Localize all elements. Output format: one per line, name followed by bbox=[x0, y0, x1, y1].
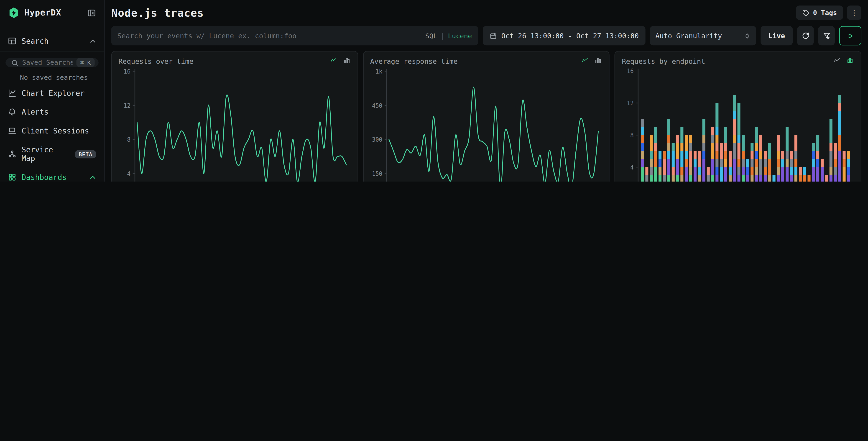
svg-text:150: 150 bbox=[372, 170, 382, 177]
sidebar-item-alerts[interactable]: Alerts bbox=[0, 102, 104, 121]
event-search-input[interactable] bbox=[117, 32, 421, 40]
hyperdx-app: HyperDX Search Saved Searches ⌘ K No sav… bbox=[0, 0, 868, 181]
select-caret-icon bbox=[744, 32, 750, 39]
sidebar-item-service-map[interactable]: Service Map BETA bbox=[0, 140, 104, 168]
refresh-icon bbox=[801, 32, 809, 40]
tags-button[interactable]: 0 Tags bbox=[796, 5, 843, 20]
sidebar-item-chart-explorer[interactable]: Chart Explorer bbox=[0, 84, 104, 102]
panel-title: Requests by endpoint bbox=[622, 57, 705, 65]
beta-badge: BETA bbox=[75, 150, 96, 158]
svg-text:300: 300 bbox=[372, 136, 382, 143]
line-chart-toggle[interactable] bbox=[833, 57, 841, 65]
svg-text:8: 8 bbox=[127, 136, 130, 143]
shortcut-badge: ⌘ K bbox=[76, 58, 95, 67]
controls-row: SQL | Lucene Oct 26 13:00:00 - Oct 27 13… bbox=[111, 26, 861, 45]
svg-text:4: 4 bbox=[127, 170, 130, 177]
laptop-icon bbox=[8, 126, 17, 135]
title-row: Node.js traces 0 Tags ⋮ bbox=[111, 5, 861, 20]
bell-icon bbox=[8, 108, 17, 116]
run-query-button[interactable] bbox=[839, 26, 861, 45]
panel-title: Requests over time bbox=[118, 57, 193, 65]
saved-searches-placeholder: Saved Searches bbox=[22, 59, 72, 66]
sidebar-item-label: Dashboards bbox=[22, 173, 67, 181]
chevron-up-icon[interactable] bbox=[89, 37, 96, 45]
logo-row: HyperDX bbox=[0, 7, 104, 19]
date-range-value: Oct 26 13:00:00 - Oct 27 13:00:00 bbox=[501, 32, 639, 40]
svg-text:450: 450 bbox=[372, 102, 382, 109]
sidebar-collapse-icon[interactable] bbox=[87, 8, 96, 17]
calendar-icon bbox=[489, 32, 497, 40]
panel-title: Average response time bbox=[370, 57, 458, 65]
svg-text:1k: 1k bbox=[375, 68, 382, 75]
dashboards-grid-icon bbox=[8, 173, 17, 181]
line-chart-toggle[interactable] bbox=[329, 57, 337, 65]
tag-icon bbox=[802, 9, 809, 17]
app-title: HyperDX bbox=[24, 8, 61, 18]
lucene-toggle[interactable]: Lucene bbox=[448, 32, 472, 40]
sidebar-item-client-sessions[interactable]: Client Sessions bbox=[0, 121, 104, 140]
sidebar-item-label: Client Sessions bbox=[22, 126, 89, 135]
saved-searches-input[interactable]: Saved Searches ⌘ K bbox=[5, 58, 98, 67]
chart-explorer-icon bbox=[8, 89, 17, 97]
filter-button[interactable] bbox=[818, 26, 835, 45]
bar-chart-toggle[interactable] bbox=[342, 57, 351, 65]
sidebar: HyperDX Search Saved Searches ⌘ K No sav… bbox=[0, 0, 104, 181]
sql-toggle[interactable]: SQL bbox=[425, 32, 437, 40]
chevron-up-icon[interactable] bbox=[89, 174, 96, 181]
svg-text:16: 16 bbox=[627, 68, 634, 75]
chart-canvas[interactable]: 0481216Oct 26 1:00:00 PM11:30:00 PM12:30… bbox=[118, 65, 351, 181]
tags-button-label: 0 Tags bbox=[813, 9, 837, 17]
sidebar-section-search-label: Search bbox=[22, 36, 49, 45]
svg-text:12: 12 bbox=[627, 100, 634, 107]
search-icon bbox=[11, 59, 19, 66]
chart-canvas[interactable]: 0481216Oct 26 1:00:00 PM11:00:00 PM12:30… bbox=[622, 65, 854, 181]
title-actions: 0 Tags ⋮ bbox=[796, 5, 861, 20]
panel-requests-by-endpoint: Requests by endpoint 0481216Oct 26 1:00:… bbox=[615, 51, 861, 181]
svg-text:8: 8 bbox=[630, 132, 634, 139]
play-icon bbox=[846, 32, 854, 40]
chart-canvas[interactable]: 01503004501kOct 26 1:00:00 PM11:30:00 PM… bbox=[370, 65, 602, 181]
event-search-box: SQL | Lucene bbox=[111, 26, 478, 45]
sidebar-item-label: Service Map bbox=[22, 145, 70, 163]
sidebar-item-label: Chart Explorer bbox=[22, 89, 85, 97]
refresh-button[interactable] bbox=[797, 26, 814, 45]
granularity-select[interactable]: Auto Granularity bbox=[650, 26, 756, 45]
bar-chart-toggle[interactable] bbox=[846, 57, 854, 65]
sidebar-item-label: Alerts bbox=[22, 108, 49, 116]
line-chart-toggle[interactable] bbox=[581, 57, 589, 65]
granularity-value: Auto Granularity bbox=[655, 32, 722, 40]
svg-text:16: 16 bbox=[124, 68, 130, 75]
panel-average-response-time: Average response time 01503004501kOct 26… bbox=[363, 51, 610, 181]
sidebar-item-dashboards[interactable]: Dashboards bbox=[0, 168, 104, 181]
bar-chart-toggle[interactable] bbox=[594, 57, 602, 65]
service-map-icon bbox=[8, 149, 17, 158]
language-divider: | bbox=[441, 32, 445, 40]
panel-requests-over-time: Requests over time 0481216Oct 26 1:00:00… bbox=[111, 51, 358, 181]
main-content: Node.js traces 0 Tags ⋮ SQL | Lucene bbox=[104, 0, 868, 181]
search-window-icon bbox=[8, 36, 17, 45]
live-button[interactable]: Live bbox=[761, 26, 793, 45]
query-language-switch: SQL | Lucene bbox=[425, 32, 472, 40]
sidebar-section-search[interactable]: Search bbox=[0, 31, 104, 52]
app-scale-wrap: HyperDX Search Saved Searches ⌘ K No sav… bbox=[0, 0, 868, 181]
svg-text:4: 4 bbox=[630, 164, 634, 171]
date-range-picker[interactable]: Oct 26 13:00:00 - Oct 27 13:00:00 bbox=[483, 26, 646, 45]
more-options-button[interactable]: ⋮ bbox=[847, 5, 861, 20]
no-saved-searches-note: No saved searches bbox=[20, 74, 104, 81]
filter-edit-icon bbox=[822, 32, 830, 40]
svg-text:12: 12 bbox=[124, 102, 130, 109]
page-title: Node.js traces bbox=[111, 7, 204, 19]
hyperdx-logo-icon bbox=[8, 7, 20, 19]
dashboard-grid: Requests over time 0481216Oct 26 1:00:00… bbox=[111, 51, 861, 181]
